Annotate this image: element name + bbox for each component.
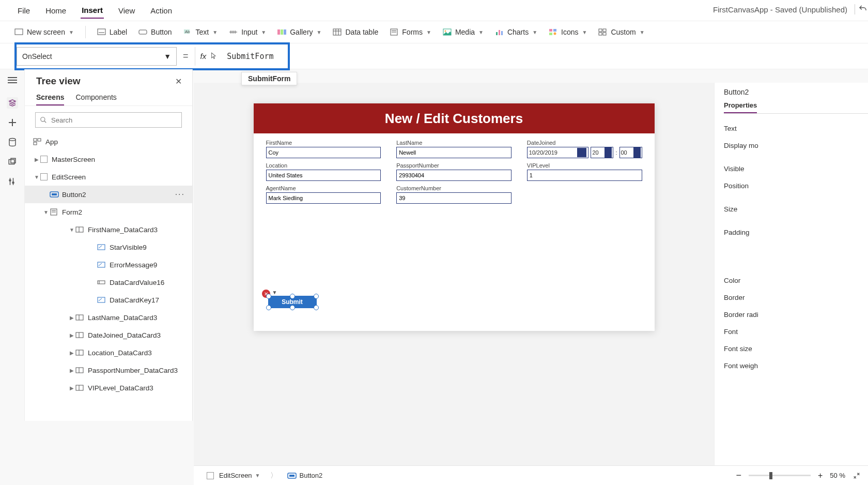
minute-select[interactable]: 00 — [619, 147, 642, 158]
tab-screens[interactable]: Screens — [36, 93, 64, 105]
fx-area[interactable]: fx SubmitForm — [195, 47, 288, 66]
prop-font[interactable]: Font — [724, 323, 868, 340]
chevron-down-icon[interactable]: ▼ — [33, 174, 40, 180]
checkbox[interactable] — [40, 156, 48, 163]
more-icon[interactable]: ··· — [175, 190, 185, 199]
prop-font-weight[interactable]: Font weigh — [724, 357, 868, 374]
tree-item-firstname-dc[interactable]: ▼ FirstName_DataCard3 — [25, 221, 192, 238]
zoom-thumb[interactable] — [769, 472, 772, 479]
tree-item-datejoined-dc[interactable]: ▶ DateJoined_DataCard3 — [25, 326, 192, 344]
prop-display-mode[interactable]: Display mo — [724, 137, 868, 154]
data-icon[interactable] — [7, 137, 18, 148]
property-selector[interactable]: OnSelect ▼ — [17, 47, 177, 66]
formula-text[interactable]: SubmitForm — [222, 52, 289, 61]
datatable-button[interactable]: Data table — [333, 28, 378, 36]
zoom-out-icon[interactable]: − — [736, 470, 741, 481]
tab-components[interactable]: Components — [75, 93, 116, 105]
tree-item-passport-dc[interactable]: ▶ PassportNumber_DataCard3 — [25, 361, 192, 379]
label-button[interactable]: Label — [97, 28, 127, 36]
zoom-in-icon[interactable]: + — [818, 471, 823, 480]
tree-item-app[interactable]: App — [25, 133, 192, 150]
search-input[interactable] — [51, 116, 177, 124]
intellisense-popup[interactable]: SubmitForm — [241, 72, 297, 85]
tree-item-form2[interactable]: ▼ Form2 — [25, 203, 192, 221]
prop-border-radius[interactable]: Border radi — [724, 306, 868, 323]
breadcrumb-control[interactable]: Button2 — [282, 469, 329, 481]
hamburger-icon[interactable] — [7, 74, 18, 86]
screen-surface[interactable]: New / Edit Customers FirstName LastName … — [254, 103, 655, 331]
icons-dropdown[interactable]: Icons ▼ — [549, 28, 587, 36]
prop-padding[interactable]: Padding — [724, 224, 868, 241]
close-icon[interactable]: ✕ — [175, 77, 182, 86]
menu-file[interactable]: File — [17, 3, 31, 18]
menu-home[interactable]: Home — [44, 3, 67, 18]
tree-item-dckey[interactable]: DataCardKey17 — [25, 291, 192, 309]
insert-pane-icon[interactable] — [7, 117, 18, 128]
prop-font-size[interactable]: Font size — [724, 340, 868, 357]
error-chevron-icon[interactable]: ▼ — [272, 290, 277, 295]
location-input[interactable] — [266, 170, 381, 181]
prop-size[interactable]: Size — [724, 201, 868, 218]
prop-visible[interactable]: Visible — [724, 160, 868, 177]
menu-action[interactable]: Action — [149, 3, 173, 18]
chevron-right-icon[interactable]: ▶ — [68, 350, 75, 356]
selected-control[interactable]: ✕ ▼ Submit — [268, 296, 317, 308]
lastname-input[interactable] — [396, 147, 512, 158]
tree-item-errormsg[interactable]: ErrorMessage9 — [25, 256, 192, 274]
resize-handle[interactable] — [266, 305, 271, 310]
prop-color[interactable]: Color — [724, 272, 868, 289]
prop-border[interactable]: Border — [724, 289, 868, 306]
gallery-dropdown[interactable]: Gallery ▼ — [277, 28, 321, 36]
menu-insert[interactable]: Insert — [81, 3, 104, 19]
calendar-icon[interactable] — [577, 148, 586, 157]
chevron-down-icon[interactable]: ▼ — [42, 209, 50, 215]
resize-handle[interactable] — [290, 305, 295, 310]
button-button[interactable]: Button — [138, 28, 172, 36]
chevron-down-icon[interactable]: ▼ — [255, 473, 260, 478]
tree-item-vip-dc[interactable]: ▶ VIPLevel_DataCard3 — [25, 379, 192, 397]
chevron-down-icon[interactable]: ▼ — [68, 227, 75, 233]
resize-handle[interactable] — [314, 305, 319, 310]
chevron-right-icon[interactable]: ▶ — [33, 157, 40, 162]
passport-input[interactable] — [396, 170, 512, 181]
chevron-right-icon[interactable]: ▶ — [68, 385, 75, 391]
forms-dropdown[interactable]: Forms ▼ — [390, 28, 431, 36]
undo-icon[interactable] — [855, 4, 865, 14]
tree-item-dcvalue[interactable]: DataCardValue16 — [25, 274, 192, 291]
zoom-slider[interactable] — [749, 475, 811, 476]
new-screen-button[interactable]: New screen ▼ — [14, 28, 74, 36]
chevron-right-icon[interactable]: ▶ — [68, 315, 75, 321]
tree-item-location-dc[interactable]: ▶ Location_DataCard3 — [25, 344, 192, 361]
media-pane-icon[interactable] — [7, 156, 18, 168]
resize-handle[interactable] — [290, 294, 295, 299]
date-picker[interactable]: 10/20/2019 — [527, 147, 589, 158]
chevron-right-icon[interactable]: ▶ — [68, 368, 75, 373]
menu-view[interactable]: View — [117, 3, 136, 18]
submit-button[interactable]: Submit — [268, 296, 317, 308]
resize-handle[interactable] — [314, 294, 319, 299]
breadcrumb-screen[interactable]: EditScreen ▼ — [201, 469, 266, 481]
custnum-input[interactable] — [396, 192, 512, 204]
prop-text[interactable]: Text — [724, 120, 868, 137]
tree-item-lastname-dc[interactable]: ▶ LastName_DataCard3 — [25, 309, 192, 326]
charts-dropdown[interactable]: Charts ▼ — [495, 28, 537, 36]
agent-input[interactable] — [266, 192, 381, 204]
chevron-right-icon[interactable]: ▶ — [68, 332, 75, 338]
resize-handle[interactable] — [266, 294, 271, 299]
tree-item-editscreen[interactable]: ▼ EditScreen — [25, 168, 192, 186]
checkbox[interactable] — [40, 173, 48, 180]
tree-item-button2[interactable]: Button2 ··· — [25, 186, 192, 203]
tree-item-masterscreen[interactable]: ▶ MasterScreen — [25, 150, 192, 168]
tree-view-icon[interactable] — [7, 97, 18, 109]
hour-select[interactable]: 20 — [591, 147, 613, 158]
firstname-input[interactable] — [266, 147, 381, 158]
canvas-area[interactable]: New / Edit Customers FirstName LastName … — [194, 83, 714, 465]
advanced-tools-icon[interactable] — [7, 176, 18, 187]
tab-properties[interactable]: Properties — [724, 101, 757, 113]
tree-item-starvisible[interactable]: StarVisible9 — [25, 238, 192, 256]
media-dropdown[interactable]: Media ▼ — [443, 28, 484, 36]
fit-to-screen-icon[interactable] — [853, 472, 861, 480]
input-dropdown[interactable]: Input ▼ — [229, 28, 266, 36]
vip-input[interactable] — [527, 170, 642, 181]
prop-position[interactable]: Position — [724, 177, 868, 194]
